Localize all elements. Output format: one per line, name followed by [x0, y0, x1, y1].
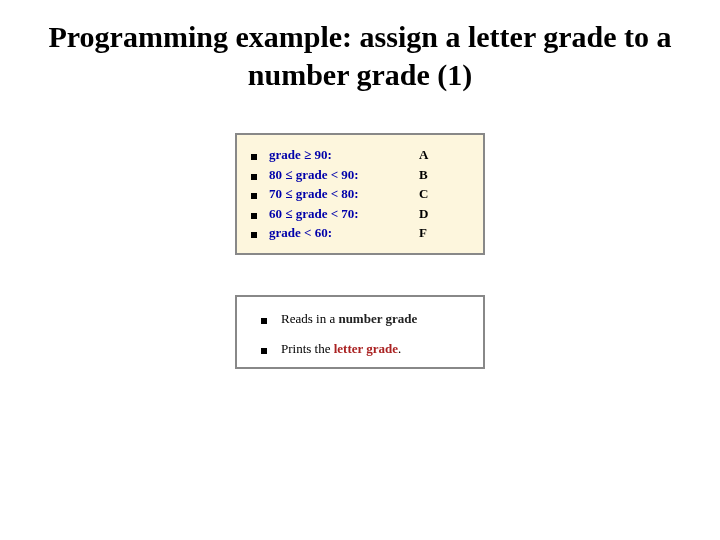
desc-text: Prints the letter grade. [281, 341, 401, 357]
bullet-icon [251, 232, 257, 238]
slide-title: Programming example: assign a letter gra… [30, 18, 690, 93]
grade-rules-box: grade ≥ 90: A 80 ≤ grade < 90: B 70 ≤ gr… [235, 133, 485, 255]
bullet-icon [261, 348, 267, 354]
rule-condition: 80 ≤ grade < 90: [269, 165, 419, 185]
rule-row: 70 ≤ grade < 80: C [251, 184, 469, 204]
rule-condition: 70 ≤ grade < 80: [269, 184, 419, 204]
rule-row: 80 ≤ grade < 90: B [251, 165, 469, 185]
bullet-icon [251, 193, 257, 199]
rule-row: grade ≥ 90: A [251, 145, 469, 165]
desc-emph: letter grade [334, 341, 398, 356]
bullet-icon [251, 154, 257, 160]
rule-letter: F [419, 223, 437, 243]
desc-box-wrap: Reads in a number grade Prints the lette… [0, 295, 720, 369]
desc-text: Reads in a number grade [281, 311, 417, 327]
description-box: Reads in a number grade Prints the lette… [235, 295, 485, 369]
rule-row: grade < 60: F [251, 223, 469, 243]
rule-condition: grade < 60: [269, 223, 419, 243]
rule-letter: B [419, 165, 437, 185]
bullet-icon [251, 174, 257, 180]
desc-line: Prints the letter grade. [261, 341, 469, 357]
rule-letter: D [419, 204, 437, 224]
bullet-icon [251, 213, 257, 219]
rule-row: 60 ≤ grade < 70: D [251, 204, 469, 224]
rule-letter: C [419, 184, 437, 204]
rule-letter: A [419, 145, 437, 165]
rule-condition: 60 ≤ grade < 70: [269, 204, 419, 224]
desc-line: Reads in a number grade [261, 311, 469, 327]
desc-post: . [398, 341, 401, 356]
desc-pre: Reads in a [281, 311, 338, 326]
rule-condition: grade ≥ 90: [269, 145, 419, 165]
desc-emph: number grade [338, 311, 417, 326]
bullet-icon [261, 318, 267, 324]
rules-box-wrap: grade ≥ 90: A 80 ≤ grade < 90: B 70 ≤ gr… [0, 133, 720, 255]
desc-pre: Prints the [281, 341, 334, 356]
